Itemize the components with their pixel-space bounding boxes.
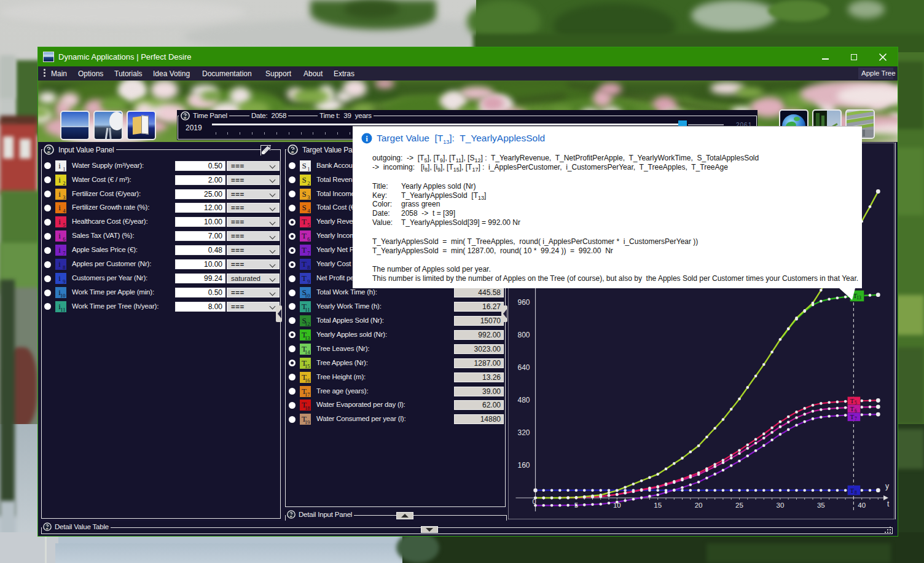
svg-text:25: 25: [735, 502, 743, 509]
svg-text:480: 480: [517, 396, 530, 404]
svg-text:T: T: [850, 397, 855, 404]
svg-text:30: 30: [777, 502, 785, 509]
svg-text:800: 800: [517, 331, 530, 339]
svg-text:20: 20: [695, 502, 703, 509]
svg-text:T: T: [850, 413, 855, 420]
svg-text:40: 40: [858, 502, 866, 509]
svg-text:T: T: [850, 487, 855, 494]
svg-text:T: T: [850, 405, 855, 412]
svg-text:y: y: [885, 482, 889, 490]
svg-text:960: 960: [517, 298, 530, 307]
svg-text:160: 160: [517, 461, 530, 470]
svg-text:35: 35: [817, 502, 825, 509]
svg-text:i: i: [366, 134, 368, 143]
svg-text:320: 320: [517, 428, 530, 437]
svg-text:15: 15: [654, 502, 662, 509]
svg-text:8: 8: [855, 490, 857, 495]
svg-text:7: 7: [855, 416, 857, 422]
svg-text:640: 640: [517, 363, 530, 372]
svg-text:13: 13: [856, 295, 861, 301]
